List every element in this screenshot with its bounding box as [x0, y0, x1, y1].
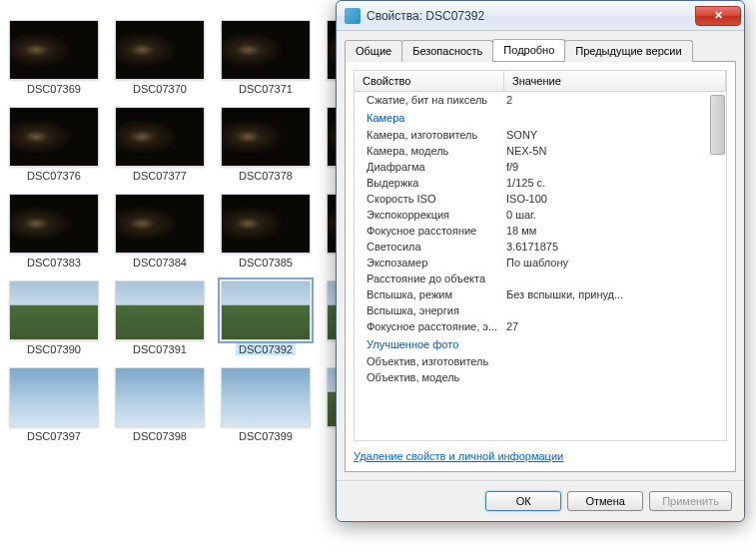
property-row[interactable]: Выдержка1/125 с.: [355, 175, 726, 191]
property-value: ISO-100: [504, 193, 726, 205]
property-name: Фокусное расстояние: [355, 225, 504, 237]
property-row[interactable]: Фокусное расстояние18 мм: [355, 223, 726, 239]
property-group: Камера: [355, 108, 726, 127]
thumbnail-image: [221, 20, 311, 80]
window-title: Свойства: DSC07392: [367, 9, 695, 23]
thumbnail-label: DSC07378: [239, 170, 293, 182]
header-value[interactable]: Значение: [504, 71, 726, 91]
thumbnail[interactable]: DSC07383: [8, 194, 100, 269]
property-name: Фокусное расстояние, э...: [355, 320, 504, 332]
thumbnail-image: [9, 194, 99, 254]
property-value: 27: [504, 320, 726, 332]
thumbnail-label: DSC07370: [133, 83, 187, 95]
property-name: Камера, изготовитель: [355, 129, 504, 141]
property-value: Без вспышки, принуд...: [504, 288, 726, 300]
thumbnail[interactable]: DSC07370: [114, 20, 206, 95]
button-row: ОК Отмена Применить: [337, 480, 744, 521]
header-property[interactable]: Свойство: [355, 71, 504, 91]
thumbnail[interactable]: DSC07397: [8, 367, 100, 442]
property-row[interactable]: Камера, изготовительSONY: [355, 127, 726, 143]
thumbnail-label: DSC07398: [133, 430, 187, 442]
property-value: 1/125 с.: [504, 177, 726, 189]
thumbnail[interactable]: DSC07390: [8, 280, 100, 355]
titlebar[interactable]: Свойства: DSC07392 ✕: [337, 1, 744, 31]
property-name: Объектив, изготовитель: [355, 355, 504, 367]
property-row[interactable]: Сжатие, бит на пиксель2: [355, 92, 726, 108]
link-row: Удаление свойств и личной информации: [354, 449, 727, 463]
property-row[interactable]: Камера, модельNEX-5N: [355, 143, 726, 159]
properties-dialog: Свойства: DSC07392 ✕ ОбщиеБезопасностьПо…: [336, 0, 745, 522]
ok-button[interactable]: ОК: [485, 491, 561, 511]
property-name: Объектив, модель: [355, 371, 504, 383]
cancel-button[interactable]: Отмена: [567, 491, 643, 511]
remove-properties-link[interactable]: Удаление свойств и личной информации: [354, 450, 563, 462]
property-name: Диафрагма: [355, 161, 504, 173]
thumbnail[interactable]: DSC07376: [8, 107, 100, 182]
property-list[interactable]: Свойство Значение Сжатие, бит на пиксель…: [354, 70, 727, 441]
thumbnail-label: DSC07376: [27, 170, 81, 182]
property-name: Светосила: [355, 241, 504, 253]
thumbnail-image: [9, 20, 99, 80]
property-value: 3.6171875: [504, 241, 726, 253]
tab-Общие[interactable]: Общие: [345, 40, 402, 62]
tab-content: Свойство Значение Сжатие, бит на пиксель…: [345, 62, 736, 472]
property-value: [504, 304, 726, 316]
property-name: Экспокоррекция: [355, 209, 504, 221]
property-row[interactable]: Светосила3.6171875: [355, 239, 726, 255]
property-row[interactable]: Расстояние до объекта: [355, 271, 726, 286]
thumbnail-image: [115, 280, 205, 340]
thumbnail-label: DSC07371: [239, 83, 293, 95]
property-row[interactable]: Экспокоррекция0 шаг.: [355, 207, 726, 223]
property-row[interactable]: Объектив, модель: [355, 369, 726, 385]
close-button[interactable]: ✕: [695, 6, 741, 26]
thumbnail[interactable]: DSC07398: [114, 367, 206, 442]
thumbnail-image: [9, 367, 99, 427]
thumbnail[interactable]: DSC07391: [114, 280, 206, 355]
thumbnail-label: DSC07390: [27, 343, 81, 355]
property-value: [504, 355, 726, 367]
thumbnail-label: DSC07385: [239, 257, 293, 269]
tab-Подробно[interactable]: Подробно: [492, 39, 565, 61]
thumbnail-label: DSC07377: [133, 170, 187, 182]
property-row[interactable]: Вспышка, режимБез вспышки, принуд...: [355, 286, 726, 302]
thumbnail-label: DSC07383: [27, 257, 81, 269]
thumbnail[interactable]: DSC07384: [114, 194, 206, 269]
thumbnail[interactable]: DSC07369: [8, 20, 100, 95]
thumbnail-image: [115, 194, 205, 254]
property-name: Выдержка: [355, 177, 504, 189]
apply-button[interactable]: Применить: [649, 491, 732, 511]
thumbnail-label: DSC07391: [133, 343, 187, 355]
thumbnail-label: DSC07397: [27, 430, 81, 442]
property-row[interactable]: Скорость ISOISO-100: [355, 191, 726, 207]
thumbnail-label: DSC07399: [239, 430, 293, 442]
property-row[interactable]: Диафрагмаf/9: [355, 159, 726, 175]
property-name: Экспозамер: [355, 257, 504, 269]
thumbnail-label: DSC07369: [27, 83, 81, 95]
thumbnail-label: DSC07384: [133, 257, 187, 269]
property-row[interactable]: Объектив, изготовитель: [355, 353, 726, 369]
property-row[interactable]: ЭкспозамерПо шаблону: [355, 255, 726, 271]
tab-Предыдущие версии[interactable]: Предыдущие версии: [564, 40, 692, 62]
thumbnail-image: [221, 280, 311, 340]
thumbnail-image: [115, 367, 205, 427]
close-icon: ✕: [714, 9, 723, 22]
property-name: Сжатие, бит на пиксель: [355, 94, 504, 106]
tab-Безопасность[interactable]: Безопасность: [401, 40, 493, 62]
property-name: Скорость ISO: [355, 193, 504, 205]
thumbnail-image: [115, 20, 205, 80]
thumbnail[interactable]: DSC07377: [114, 107, 206, 182]
property-header: Свойство Значение: [355, 71, 726, 92]
property-row[interactable]: Вспышка, энергия: [355, 302, 726, 318]
thumbnail[interactable]: DSC07392: [220, 280, 312, 355]
thumbnail-label: DSC07392: [236, 343, 296, 355]
thumbnail[interactable]: DSC07385: [220, 194, 312, 269]
property-value: 18 мм: [504, 225, 726, 237]
scrollbar-thumb[interactable]: [710, 95, 725, 155]
thumbnail[interactable]: DSC07399: [220, 367, 312, 442]
property-value: SONY: [504, 129, 726, 141]
thumbnail[interactable]: DSC07371: [220, 20, 312, 95]
thumbnail[interactable]: DSC07378: [220, 107, 312, 182]
thumbnail-image: [221, 107, 311, 167]
property-row[interactable]: Фокусное расстояние, э...27: [355, 318, 726, 334]
property-value: 2: [504, 94, 726, 106]
